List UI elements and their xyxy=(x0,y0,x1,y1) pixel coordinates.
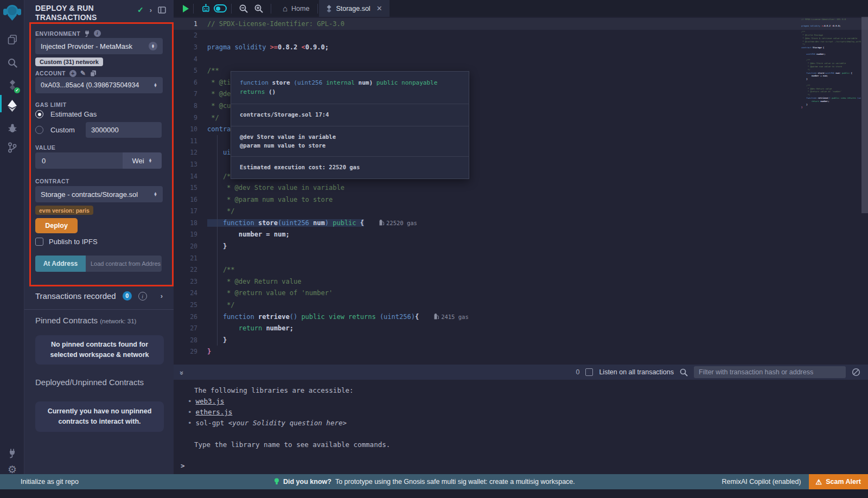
at-address-button[interactable]: At Address xyxy=(35,256,86,272)
contract-select[interactable]: Storage - contracts/Storage.sol ▲▼ xyxy=(35,186,163,202)
zoom-out-icon[interactable] xyxy=(239,4,248,13)
deploy-run-icon[interactable] xyxy=(0,97,24,115)
code-line[interactable]: 25 */ xyxy=(174,299,868,311)
code-line[interactable]: 17 */ xyxy=(174,206,868,218)
code-line[interactable]: 3pragma solidity >=0.8.2 <0.9.0; xyxy=(174,41,868,53)
deploy-run-panel: DEPLOY & RUN TRANSACTIONS ✓ › ENVIRONMEN… xyxy=(24,0,174,474)
code-line[interactable]: 22 /** xyxy=(174,264,868,276)
editor-scrollbar[interactable] xyxy=(861,17,868,213)
code-line[interactable]: 15 * @dev Store value in variable xyxy=(174,182,868,194)
pinned-contracts-empty: No pinned contracts found for selected w… xyxy=(35,335,164,365)
code-line[interactable]: 18 function store(uint256 num) public {2… xyxy=(174,217,868,229)
code-line[interactable]: 26 function retrieve() public view retur… xyxy=(174,311,868,323)
account-select[interactable]: 0xA03...85ac4 (0.398673504934 ▲▼ xyxy=(35,77,163,93)
listen-label: Listen on all transactions xyxy=(599,368,674,376)
plug-icon[interactable] xyxy=(84,30,90,37)
environment-info-icon[interactable]: i xyxy=(94,30,101,37)
terminal-prompt[interactable]: > xyxy=(181,462,185,470)
plugin-manager-icon[interactable] xyxy=(0,444,24,462)
code-line[interactable]: 4 xyxy=(174,53,868,65)
code-line[interactable]: 1// SPDX-License-Identifier: GPL-3.0 xyxy=(174,18,868,30)
listen-checkbox[interactable] xyxy=(585,368,593,376)
code-line[interactable]: 21 xyxy=(174,252,868,264)
code-editor[interactable]: 1// SPDX-License-Identifier: GPL-3.023pr… xyxy=(174,17,868,381)
code-line[interactable]: 29} xyxy=(174,346,868,358)
tooltip-location: contracts/Storage.sol 17:4 xyxy=(231,104,469,126)
publish-ipfs-option[interactable]: Publish to IPFS xyxy=(35,238,98,246)
transactions-recorded-row[interactable]: Transactions recorded 0 i › xyxy=(35,291,163,301)
zoom-in-icon[interactable] xyxy=(254,4,263,13)
value-input[interactable]: 0 xyxy=(35,152,123,169)
terminal-tx-count: 0 xyxy=(576,368,579,376)
panel-forward-icon[interactable]: › xyxy=(150,6,152,14)
ai-assistant-icon[interactable] xyxy=(201,4,210,13)
code-lines[interactable]: 1// SPDX-License-Identifier: GPL-3.023pr… xyxy=(174,18,868,357)
transactions-count-badge: 0 xyxy=(123,291,132,301)
pin-panel-icon[interactable] xyxy=(158,7,166,14)
gas-limit-label: GAS LIMIT xyxy=(35,101,67,108)
scam-alert-button[interactable]: ⚠ Scam Alert xyxy=(809,474,868,489)
transactions-info-icon[interactable]: i xyxy=(138,292,147,301)
debugger-icon[interactable] xyxy=(0,119,24,137)
code-line[interactable]: 19 number = num; xyxy=(174,229,868,241)
divider xyxy=(24,309,174,310)
terminal-library-item: •sol-gpt <your Solidity question here> xyxy=(174,418,868,429)
value-unit-select[interactable]: Wei ▲▼ xyxy=(123,152,162,169)
environment-select[interactable]: Injected Provider - MetaMask ▲▼ xyxy=(35,38,163,54)
panel-title: DEPLOY & RUN TRANSACTIONS xyxy=(35,4,136,22)
code-line[interactable]: 28 } xyxy=(174,334,868,346)
deploy-button[interactable]: Deploy xyxy=(35,218,78,233)
collapse-terminal-icon[interactable]: » xyxy=(178,371,186,373)
filter-transactions-input[interactable] xyxy=(694,366,846,378)
indent-guide xyxy=(217,135,218,346)
warning-icon: ⚠ xyxy=(816,478,822,486)
git-init-button[interactable]: Initialize as git repo xyxy=(21,478,79,486)
code-line[interactable]: 16 * @param num value to store xyxy=(174,194,868,206)
copilot-toggle[interactable] xyxy=(214,4,227,12)
tab-storage-sol[interactable]: Storage.sol ✕ xyxy=(319,0,389,17)
add-account-icon[interactable]: + xyxy=(69,70,76,77)
remix-logo-icon[interactable] xyxy=(2,2,22,23)
solidity-file-icon xyxy=(326,5,332,12)
terminal-hint: Type the library name to see available c… xyxy=(174,439,868,450)
custom-gas-option[interactable]: Custom xyxy=(35,126,75,134)
custom-gas-input[interactable] xyxy=(86,122,162,138)
solidity-compiler-icon[interactable]: ✓ xyxy=(0,76,24,94)
search-icon[interactable] xyxy=(0,54,24,72)
close-tab-icon[interactable]: ✕ xyxy=(376,4,382,12)
at-address-input[interactable]: Load contract from Addres xyxy=(86,256,162,272)
main-area: ⌂ Home Storage.sol ✕ 1// SPDX-License-Id… xyxy=(174,0,868,474)
estimated-gas-option[interactable]: Estimated Gas xyxy=(35,110,97,118)
tooltip-signature: function store (uint256 internal num) pu… xyxy=(231,72,469,104)
terminal-header[interactable]: » 0 Listen on all transactions xyxy=(174,365,868,380)
copilot-status[interactable]: RemixAI Copilot (enabled) xyxy=(722,478,801,486)
chevron-updown-icon: ▲▼ xyxy=(149,42,157,50)
value-label: VALUE xyxy=(35,144,55,151)
code-line[interactable]: 2 xyxy=(174,30,868,42)
code-line[interactable]: 23 * @dev Return value xyxy=(174,276,868,288)
tab-home[interactable]: ⌂ Home xyxy=(276,0,316,17)
radio-selected-icon[interactable] xyxy=(35,110,43,118)
run-script-icon[interactable] xyxy=(183,5,189,12)
chevron-updown-icon: ▲▼ xyxy=(149,158,152,163)
terminal[interactable]: The following libraries are accessible: … xyxy=(174,380,868,474)
tab-bar: ⌂ Home Storage.sol ✕ xyxy=(174,0,868,17)
panel-check-icon: ✓ xyxy=(137,5,144,14)
terminal-library-item[interactable]: •ethers.js xyxy=(174,407,868,418)
source-control-icon[interactable] xyxy=(0,138,24,157)
terminal-library-item[interactable]: •web3.js xyxy=(174,396,868,407)
code-line[interactable]: 27 return number; xyxy=(174,322,868,334)
file-explorer-icon[interactable] xyxy=(0,30,24,49)
edit-account-icon[interactable]: ✎ xyxy=(80,69,86,77)
did-you-know-tip: Did you know? To prototype using the Gno… xyxy=(274,478,575,486)
terminal-search-icon xyxy=(680,368,688,376)
chevron-right-icon[interactable]: › xyxy=(161,292,163,300)
code-line[interactable]: 20 } xyxy=(174,240,868,252)
checkbox-icon[interactable] xyxy=(35,238,43,246)
radio-icon[interactable] xyxy=(35,126,43,134)
environment-label: ENVIRONMENT i xyxy=(35,30,101,37)
clear-console-icon[interactable] xyxy=(852,368,860,376)
copy-account-icon[interactable] xyxy=(90,70,97,77)
minimap[interactable]: // SPDX-License-Identifier: GPL-3.0pragm… xyxy=(801,18,861,376)
code-line[interactable]: 24 * @return value of 'number' xyxy=(174,288,868,299)
